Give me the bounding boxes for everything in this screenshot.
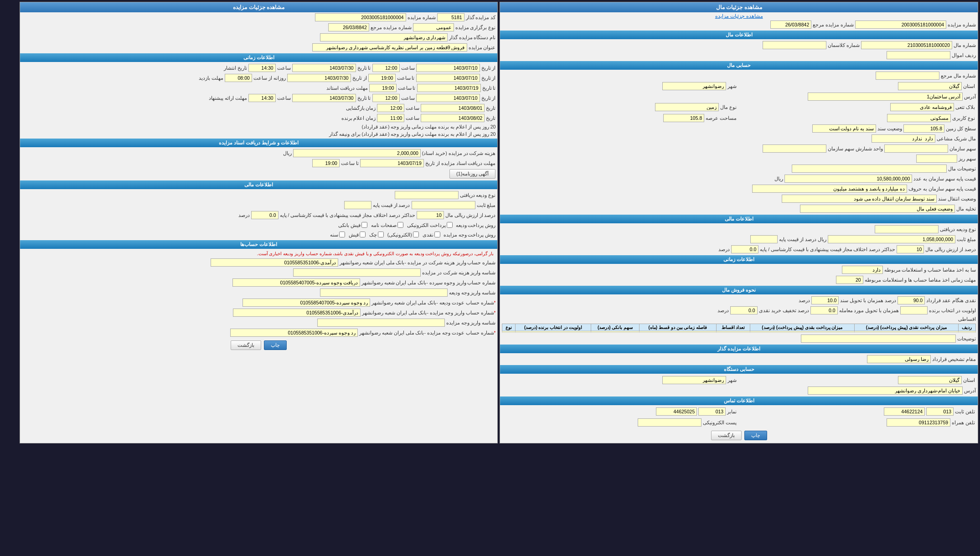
right-darsd-input[interactable]	[344, 201, 371, 209]
chek-check[interactable]	[378, 232, 384, 237]
fesh-check[interactable]	[361, 222, 367, 228]
address-input[interactable]	[808, 93, 963, 101]
elektr-check[interactable]	[413, 232, 419, 237]
hesab-input[interactable]	[842, 266, 883, 274]
ref-number-input[interactable]	[770, 21, 811, 29]
hamzaman-input[interactable]	[810, 306, 838, 314]
check-check[interactable]	[397, 222, 403, 228]
right-org-input[interactable]	[320, 33, 448, 41]
right-hadasghar-input[interactable]	[251, 211, 279, 219]
inteshar-from-time-input[interactable]	[372, 64, 400, 72]
qeymat-harf-input[interactable]	[752, 185, 907, 193]
mal-marja-input[interactable]	[876, 72, 939, 80]
mal-number-input[interactable]	[861, 41, 952, 49]
asnad-from-input[interactable]	[360, 159, 424, 167]
shahr-input[interactable]	[662, 82, 726, 90]
sene-check[interactable]	[339, 232, 345, 237]
estelam-to-input[interactable]	[417, 84, 481, 92]
mablag-input[interactable]	[828, 235, 955, 243]
asnad-to-input[interactable]	[312, 159, 340, 167]
sahm-input[interactable]	[884, 144, 948, 153]
hesabat-row5-input[interactable]	[242, 299, 370, 307]
auction-detail-link[interactable]: مشاهده جزئیات مزایده	[713, 12, 765, 20]
takhlif-input[interactable]	[730, 306, 758, 314]
barzgasht-from-input[interactable]	[416, 74, 480, 82]
nambr-input[interactable]	[656, 407, 697, 416]
mozayede-shahr-input[interactable]	[662, 376, 726, 384]
asset-input[interactable]	[887, 51, 950, 59]
right-code-input[interactable]	[437, 13, 464, 21]
masahat-input[interactable]	[663, 114, 704, 122]
inteshar-from-input[interactable]	[416, 64, 480, 72]
qeymat-input[interactable]	[784, 175, 912, 183]
pishnahad-from-input[interactable]	[416, 94, 480, 102]
maltype-input[interactable]	[655, 103, 719, 111]
masahat-kol-input[interactable]	[903, 124, 944, 133]
pishnahad-to-input[interactable]	[292, 94, 356, 102]
right-back-button[interactable]: بازگشت	[231, 340, 261, 350]
class-input[interactable]	[763, 41, 826, 49]
ostan-input[interactable]	[898, 82, 962, 90]
darsd-input[interactable]	[750, 235, 778, 243]
barzgasht-to-time-input[interactable]	[225, 74, 252, 82]
tel-input[interactable]	[884, 407, 925, 416]
estelam-to-time-input[interactable]	[369, 84, 397, 92]
left-print-button[interactable]: چاپ	[744, 431, 767, 440]
hesabat-row2-input[interactable]	[293, 268, 421, 277]
vazif-type-input[interactable]	[875, 225, 939, 233]
hesabat-row3-input[interactable]	[232, 278, 360, 287]
inteshar-to-input[interactable]	[292, 64, 356, 72]
hesabat-row4-input[interactable]	[320, 288, 448, 297]
barzgasht-from-time-input[interactable]	[368, 74, 396, 82]
hadasghar-input[interactable]	[731, 245, 758, 253]
darsad10-input[interactable]	[897, 245, 924, 253]
sanad-input[interactable]	[812, 124, 876, 133]
blok-input[interactable]	[890, 103, 954, 111]
naghd1-input[interactable]	[897, 296, 925, 304]
inteshar-to-time-input[interactable]	[248, 64, 276, 72]
hezine-input[interactable]	[293, 149, 421, 157]
barzgashi-time-input[interactable]	[377, 104, 404, 112]
sharik-input[interactable]	[872, 134, 935, 143]
vaziat-input[interactable]	[782, 195, 937, 203]
naghd-check[interactable]	[434, 232, 440, 237]
right-type-input[interactable]	[413, 23, 454, 31]
elam-time-input[interactable]	[377, 114, 404, 122]
towzih2-input[interactable]	[801, 335, 956, 343]
hesabat-row7-input[interactable]	[317, 319, 445, 327]
right-ref-input[interactable]	[328, 23, 369, 31]
mozayede-ostan-input[interactable]	[898, 376, 962, 384]
barzgashi-date-input[interactable]	[421, 104, 485, 112]
nambr-code[interactable]	[698, 407, 726, 416]
sahm-riz-input[interactable]	[916, 154, 957, 163]
karabrdi-input[interactable]	[887, 114, 951, 122]
naghd2-input[interactable]	[811, 296, 839, 304]
hesabat-row6-input[interactable]	[233, 309, 361, 317]
pishnahad-from-time-input[interactable]	[372, 94, 400, 102]
right-print-button[interactable]: چاپ	[264, 340, 287, 350]
email-input[interactable]	[638, 418, 701, 427]
auction-number-input[interactable]	[855, 21, 946, 29]
qesh-check[interactable]	[360, 232, 366, 237]
takhlie-input[interactable]	[800, 205, 955, 213]
online-check[interactable]	[447, 222, 453, 228]
right-auction-number-input[interactable]	[315, 13, 406, 21]
barzgasht-to-input[interactable]	[287, 74, 351, 82]
right-darsad10-input[interactable]	[417, 211, 444, 219]
pishnahad-to-time-input[interactable]	[248, 94, 276, 102]
naghd3-input[interactable]	[900, 306, 928, 314]
hesabat-row1-input[interactable]	[211, 258, 338, 267]
elam-date-input[interactable]	[421, 114, 485, 122]
mokhtar-input[interactable]	[867, 355, 931, 363]
right-vazif-type-input[interactable]	[395, 191, 459, 199]
agohi-button[interactable]: آگهی روزنامه(1)	[449, 169, 496, 179]
mohlat-input[interactable]	[836, 276, 863, 284]
towzih-input[interactable]	[792, 165, 947, 173]
hesabat-row8-input[interactable]	[230, 329, 358, 337]
right-subject-input[interactable]	[312, 43, 467, 51]
hamrah-input[interactable]	[887, 418, 950, 427]
tel-code[interactable]	[926, 407, 954, 416]
vahed-input[interactable]	[763, 144, 826, 153]
right-mablag-input[interactable]	[412, 201, 475, 209]
mozayede-address-input[interactable]	[808, 386, 963, 395]
